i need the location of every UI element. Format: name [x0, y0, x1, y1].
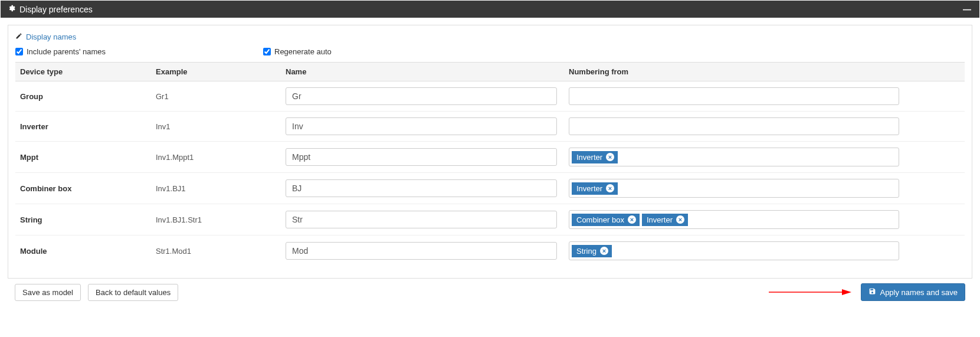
include-parents-checkbox[interactable]: Include parents' names	[15, 47, 240, 56]
options-row: Include parents' names Regenerate auto	[8, 47, 972, 62]
table-row: ModuleStr1.Mod1String×	[15, 235, 965, 267]
regenerate-auto-input[interactable]	[263, 48, 271, 55]
numbering-tag: Inverter×	[572, 151, 618, 163]
numbering-from-cell: Inverter×	[564, 142, 965, 173]
example-cell: Gr1	[151, 81, 281, 112]
panel-body: Display names Include parents' names Reg…	[8, 25, 972, 279]
name-input[interactable]	[286, 211, 557, 228]
remove-tag-icon[interactable]: ×	[676, 215, 684, 224]
numbering-from-input[interactable]	[569, 117, 899, 135]
remove-tag-icon[interactable]: ×	[606, 153, 614, 161]
pencil-icon	[15, 32, 22, 41]
name-input[interactable]	[286, 117, 557, 135]
numbering-from-cell: String×	[564, 235, 965, 267]
tag-label: Inverter	[576, 153, 602, 162]
numbering-tag: Combiner box×	[572, 214, 640, 226]
table-header-row: Device type Example Name Numbering from	[15, 63, 965, 81]
device-type-cell: Mppt	[15, 142, 151, 173]
tag-label: String	[576, 247, 596, 256]
table-row: Combiner boxInv1.BJ1Inverter×	[15, 173, 965, 204]
device-type-cell: Combiner box	[15, 173, 151, 204]
panel-header: Display preferences —	[1, 1, 979, 18]
name-cell	[281, 142, 564, 173]
regenerate-auto-label: Regenerate auto	[274, 47, 332, 56]
display-preferences-panel: Display preferences — Display names Incl…	[0, 0, 980, 307]
table-row: GroupGr1	[15, 81, 965, 112]
device-type-cell: Inverter	[15, 112, 151, 142]
name-cell	[281, 173, 564, 204]
save-icon	[868, 287, 876, 297]
name-input[interactable]	[286, 179, 557, 197]
minimize-button[interactable]: —	[961, 5, 974, 14]
col-example: Example	[151, 63, 281, 81]
numbering-from-input[interactable]: Combiner box×Inverter×	[569, 210, 899, 229]
apply-names-and-save-button[interactable]: Apply names and save	[861, 283, 965, 301]
panel-title: Display preferences	[19, 5, 93, 14]
numbering-from-input[interactable]: String×	[569, 241, 899, 260]
tag-label: Inverter	[647, 215, 673, 224]
numbering-tag: String×	[572, 245, 612, 257]
name-cell	[281, 81, 564, 112]
svg-marker-1	[842, 289, 851, 295]
table-row: InverterInv1	[15, 112, 965, 142]
tag-label: Combiner box	[576, 215, 624, 224]
device-type-cell: Group	[15, 81, 151, 112]
name-cell	[281, 112, 564, 142]
section-title: Display names	[8, 31, 972, 47]
name-input[interactable]	[286, 242, 557, 260]
name-input[interactable]	[286, 87, 557, 105]
col-name: Name	[281, 63, 564, 81]
example-cell: Inv1	[151, 112, 281, 142]
regenerate-auto-checkbox[interactable]: Regenerate auto	[263, 47, 332, 56]
device-type-cell: Module	[15, 235, 151, 267]
numbering-from-cell: Combiner box×Inverter×	[564, 204, 965, 235]
table-row: MpptInv1.Mppt1Inverter×	[15, 142, 965, 173]
tag-label: Inverter	[576, 184, 602, 193]
cogs-icon	[6, 4, 16, 14]
section-title-text: Display names	[26, 32, 76, 41]
back-to-defaults-button[interactable]: Back to default values	[88, 284, 178, 301]
remove-tag-icon[interactable]: ×	[600, 247, 608, 255]
numbering-from-cell	[564, 81, 965, 112]
remove-tag-icon[interactable]: ×	[606, 184, 614, 192]
example-cell: Inv1.Mppt1	[151, 142, 281, 173]
numbering-tag: Inverter×	[572, 182, 618, 195]
numbering-tag: Inverter×	[642, 214, 688, 226]
annotation-arrow	[769, 288, 851, 296]
save-as-model-button[interactable]: Save as model	[15, 284, 81, 301]
example-cell: Str1.Mod1	[151, 235, 281, 267]
example-cell: Inv1.BJ1.Str1	[151, 204, 281, 235]
example-cell: Inv1.BJ1	[151, 173, 281, 204]
name-input[interactable]	[286, 148, 557, 166]
device-type-cell: String	[15, 204, 151, 235]
apply-button-label: Apply names and save	[880, 288, 958, 297]
include-parents-label: Include parents' names	[27, 47, 106, 56]
numbering-from-input[interactable]: Inverter×	[569, 179, 899, 198]
numbering-from-cell	[564, 112, 965, 142]
col-numbering-from: Numbering from	[564, 63, 965, 81]
name-cell	[281, 204, 564, 235]
numbering-from-input[interactable]	[569, 87, 899, 105]
include-parents-input[interactable]	[15, 48, 23, 55]
footer: Save as model Back to default values App…	[8, 279, 972, 302]
names-table: Device type Example Name Numbering from …	[15, 62, 965, 266]
table-row: StringInv1.BJ1.Str1Combiner box×Inverter…	[15, 204, 965, 235]
name-cell	[281, 235, 564, 267]
numbering-from-input[interactable]: Inverter×	[569, 148, 899, 166]
numbering-from-cell: Inverter×	[564, 173, 965, 204]
remove-tag-icon[interactable]: ×	[628, 215, 636, 224]
col-device-type: Device type	[15, 63, 151, 81]
